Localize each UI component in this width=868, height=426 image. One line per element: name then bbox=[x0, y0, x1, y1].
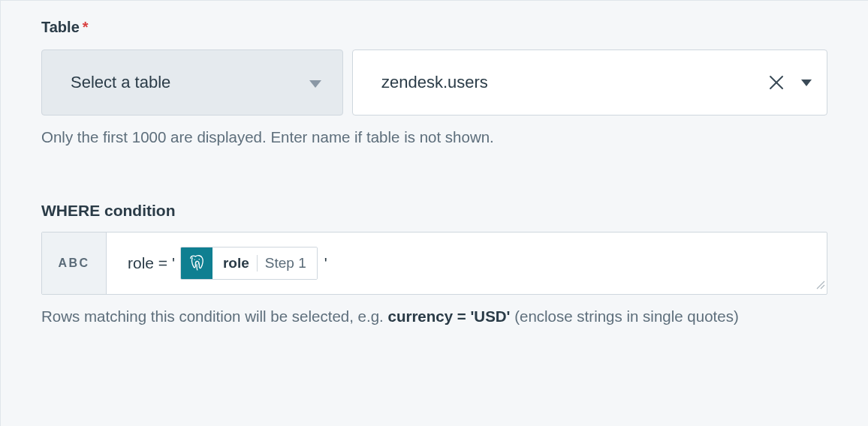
table-name-input[interactable] bbox=[380, 72, 768, 93]
where-helper-text: Rows matching this condition will be sel… bbox=[41, 305, 827, 328]
svg-point-5 bbox=[198, 259, 199, 260]
table-name-input-wrap[interactable] bbox=[352, 50, 827, 116]
required-asterisk: * bbox=[83, 19, 89, 35]
postgres-icon bbox=[181, 248, 212, 279]
select-table-placeholder: Select a table bbox=[71, 73, 170, 92]
table-field-label: Table* bbox=[41, 19, 827, 36]
select-table-dropdown[interactable]: Select a table bbox=[41, 50, 343, 116]
token-name: role bbox=[223, 255, 249, 272]
svg-marker-0 bbox=[309, 80, 321, 88]
clear-icon[interactable] bbox=[768, 74, 785, 91]
expr-prefix: role = ' bbox=[128, 254, 175, 272]
resize-handle-icon[interactable] bbox=[815, 279, 825, 292]
caret-down-icon[interactable] bbox=[801, 80, 812, 86]
where-helper-before: Rows matching this condition will be sel… bbox=[41, 308, 387, 325]
caret-down-icon bbox=[309, 73, 321, 92]
where-field-label: WHERE condition bbox=[41, 202, 827, 220]
table-input-row: Select a table bbox=[41, 50, 827, 116]
where-helper-after: (enclose strings in single quotes) bbox=[510, 308, 738, 325]
abc-mode-tab[interactable]: ABC bbox=[42, 232, 107, 294]
svg-line-6 bbox=[817, 281, 824, 289]
form-panel: Table* Select a table Only the first 100… bbox=[0, 0, 868, 426]
token-separator bbox=[257, 255, 258, 272]
svg-line-7 bbox=[821, 285, 824, 289]
expr-suffix: ' bbox=[324, 254, 327, 272]
svg-point-4 bbox=[194, 259, 194, 260]
where-expression-input[interactable]: role = ' role Step 1 bbox=[107, 232, 827, 294]
svg-marker-3 bbox=[801, 80, 812, 86]
token-body: role Step 1 bbox=[212, 248, 317, 279]
table-helper-text: Only the first 1000 are displayed. Enter… bbox=[41, 126, 827, 149]
table-label-text: Table bbox=[41, 19, 80, 35]
where-helper-example: currency = 'USD' bbox=[387, 308, 510, 325]
variable-token[interactable]: role Step 1 bbox=[180, 247, 318, 280]
where-condition-box: ABC role = ' role Step 1 bbox=[41, 232, 827, 295]
token-step: Step 1 bbox=[265, 255, 306, 272]
table-input-actions bbox=[768, 74, 812, 91]
